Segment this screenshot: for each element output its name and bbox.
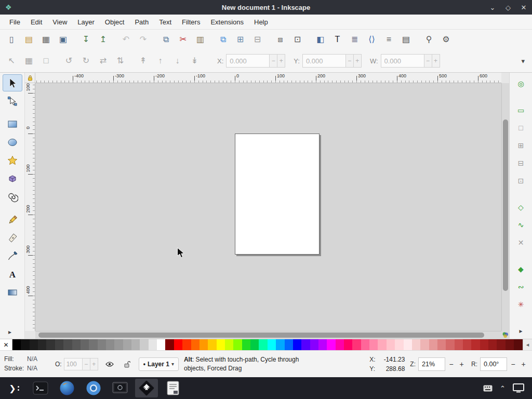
shade-window-button[interactable]: ⌄	[488, 4, 497, 11]
y-decrement-button[interactable]: −	[346, 54, 354, 68]
snapbar-expander-icon[interactable]: ▸	[519, 327, 522, 335]
star-tool[interactable]	[3, 152, 22, 169]
palette-swatch[interactable]	[233, 339, 242, 350]
screenshot-tool-launcher[interactable]	[109, 379, 131, 397]
opacity-increment-button[interactable]: +	[90, 358, 98, 370]
create-clone-button[interactable]: ⊞	[232, 32, 249, 47]
palette-swatch[interactable]	[514, 339, 522, 350]
layer-visibility-toggle[interactable]	[103, 358, 116, 370]
palette-swatch[interactable]	[140, 339, 148, 350]
ruler-corner[interactable]	[25, 73, 35, 83]
palette-swatch[interactable]	[387, 339, 395, 350]
layers-dialog-button[interactable]: ≣	[346, 32, 363, 47]
palette-swatch[interactable]	[429, 339, 437, 350]
flip-vertical-button[interactable]: ⇅	[112, 53, 129, 69]
open-document-button[interactable]: ▤	[20, 32, 37, 47]
palette-swatch[interactable]	[182, 339, 191, 350]
palette-swatch[interactable]	[318, 339, 327, 350]
snap-bbox-edges-button[interactable]: □	[514, 121, 528, 134]
palette-swatch[interactable]	[344, 339, 352, 350]
node-editor-tool[interactable]	[3, 92, 22, 110]
opacity-input[interactable]	[64, 358, 83, 370]
menu-object[interactable]: Object	[100, 16, 130, 28]
export-button[interactable]: ↥	[95, 32, 112, 47]
w-decrement-button[interactable]: −	[424, 54, 432, 68]
palette-swatch[interactable]	[55, 339, 63, 350]
menu-view[interactable]: View	[47, 16, 72, 28]
zoom-input[interactable]	[418, 357, 445, 371]
unlink-clone-button[interactable]: ⊟	[249, 32, 266, 47]
box-3d-tool[interactable]	[3, 170, 22, 187]
palette-swatch[interactable]	[506, 339, 514, 350]
y-input[interactable]	[302, 54, 346, 68]
palette-swatch[interactable]	[242, 339, 250, 350]
vertical-ruler[interactable]: 1000100200300400	[25, 83, 35, 331]
snap-smooth-nodes-button[interactable]: ∾	[514, 280, 528, 293]
text-tool[interactable]: A	[3, 265, 22, 283]
palette-swatch[interactable]	[165, 339, 174, 350]
palette-swatch[interactable]	[114, 339, 123, 350]
document-properties-button[interactable]: ▤	[397, 32, 415, 47]
palette-swatch[interactable]	[131, 339, 140, 350]
palette-swatch[interactable]	[89, 339, 97, 350]
align-distribute-dialog-button[interactable]: ≡	[380, 32, 397, 47]
palette-swatch[interactable]	[395, 339, 403, 350]
keyboard-indicator-icon[interactable]	[483, 385, 493, 392]
palette-swatch[interactable]	[38, 339, 46, 350]
ungroup-button[interactable]: ⊡	[289, 32, 306, 47]
palette-swatch[interactable]	[480, 339, 488, 350]
palette-swatch[interactable]	[412, 339, 420, 350]
toolbar-overflow-caret-icon[interactable]: ▾	[521, 57, 525, 65]
vertical-scrollbar[interactable]	[501, 83, 509, 331]
toolbox-expander-icon[interactable]: ▸	[8, 328, 11, 336]
palette-swatch[interactable]	[276, 339, 284, 350]
snap-bbox-centers-button[interactable]: ⊡	[514, 174, 528, 187]
flip-horizontal-button[interactable]: ⇄	[95, 53, 112, 69]
canvas[interactable]	[35, 83, 501, 331]
raise-button[interactable]: ↑	[152, 53, 169, 69]
select-all-in-all-layers-button[interactable]: ▦	[20, 53, 37, 69]
palette-swatch[interactable]	[46, 339, 55, 350]
palette-swatch[interactable]	[149, 339, 157, 350]
horizontal-scrollbar-thumb[interactable]	[38, 332, 484, 338]
palette-swatch[interactable]	[497, 339, 505, 350]
menu-path[interactable]: Path	[129, 16, 154, 28]
palette-swatch[interactable]	[285, 339, 293, 350]
palette-swatch[interactable]	[21, 339, 29, 350]
x-input[interactable]	[226, 54, 270, 68]
new-document-button[interactable]: ▯	[3, 32, 20, 47]
palette-swatch[interactable]	[369, 339, 378, 350]
inkscape-taskbar-button[interactable]	[135, 379, 158, 397]
palette-swatch[interactable]	[208, 339, 216, 350]
palette-swatch[interactable]	[488, 339, 497, 350]
palette-swatch[interactable]	[200, 339, 208, 350]
rotate-90-ccw-button[interactable]: ↺	[60, 53, 77, 69]
y-increment-button[interactable]: +	[354, 54, 362, 68]
palette-swatch[interactable]	[12, 339, 21, 350]
palette-swatch[interactable]	[123, 339, 131, 350]
current-layer-dropdown[interactable]: • Layer 1 ▾	[139, 357, 179, 371]
group-button[interactable]: ⧈	[272, 32, 289, 47]
palette-scroll-button[interactable]: ◂	[523, 339, 532, 350]
x-decrement-button[interactable]: −	[270, 54, 277, 68]
lower-button[interactable]: ↓	[169, 53, 186, 69]
menu-text[interactable]: Text	[154, 16, 177, 28]
palette-swatch[interactable]	[225, 339, 233, 350]
rotation-input[interactable]	[480, 357, 507, 371]
panel-expand-icon[interactable]: ⌃	[500, 384, 506, 392]
calligraphy-tool[interactable]	[3, 229, 22, 246]
redo-button[interactable]: ↷	[135, 32, 152, 47]
palette-swatch[interactable]	[98, 339, 106, 350]
palette-swatch[interactable]	[352, 339, 361, 350]
horizontal-scrollbar[interactable]	[35, 331, 501, 339]
rotate-90-cw-button[interactable]: ↻	[77, 53, 95, 69]
text-editor-launcher[interactable]	[162, 379, 184, 397]
cut-button[interactable]: ✂	[175, 32, 192, 47]
lower-to-bottom-button[interactable]: ↡	[186, 53, 203, 69]
menu-extensions[interactable]: Extensions	[205, 16, 249, 28]
palette-swatch[interactable]	[106, 339, 114, 350]
snap-bbox-edge-midpoints-button[interactable]: ⊟	[514, 156, 528, 169]
select-all-button[interactable]: ↖	[3, 53, 20, 69]
fill-stroke-dialog-button[interactable]: ◧	[312, 32, 329, 47]
no-color-swatch[interactable]: ✕	[0, 339, 12, 350]
